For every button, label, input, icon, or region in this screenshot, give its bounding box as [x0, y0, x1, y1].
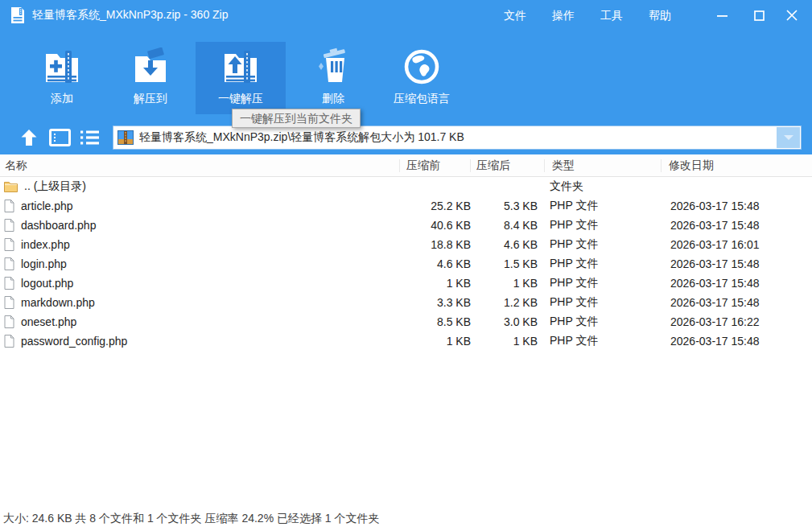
one-click-extract-label: 一键解压: [218, 92, 263, 106]
add-archive-icon: [43, 47, 81, 86]
row-name: article.php: [21, 200, 73, 212]
view-pane-button[interactable]: [48, 128, 71, 147]
menu-help[interactable]: 帮助: [636, 0, 684, 31]
row-name: markdown.php: [21, 296, 95, 309]
one-click-extract-button[interactable]: 一键解压: [196, 42, 286, 114]
add-button[interactable]: 添加: [17, 42, 107, 114]
add-label: 添加: [51, 92, 73, 106]
row-after: 8.4 KB: [471, 219, 538, 232]
row-before: 3.3 KB: [399, 296, 471, 309]
address-path: 轻量博客系统_MXkNnP3p.zip\轻量博客系统解包大小为 101.7 KB: [139, 130, 464, 145]
row-date: 2026-03-17 15:48: [670, 219, 812, 232]
close-button[interactable]: [779, 6, 805, 25]
table-row[interactable]: password_config.php 1 KB 1 KB PHP 文件 202…: [0, 331, 812, 351]
minimize-button[interactable]: [709, 6, 735, 25]
one-click-extract-icon: [221, 47, 260, 86]
titlebar: 轻量博客系统_MXkNnP3p.zip - 360 Zip 文件 操作 工具 帮…: [0, 0, 812, 31]
archive-language-label: 压缩包语言: [394, 92, 450, 106]
archive-folder-icon: [117, 130, 134, 146]
row-before: 4.6 KB: [399, 257, 471, 270]
row-name-cell: login.php: [0, 257, 399, 270]
maximize-button[interactable]: [746, 6, 772, 25]
extract-to-icon: [131, 47, 170, 86]
archive-language-button[interactable]: 压缩包语言: [377, 42, 467, 114]
table-row[interactable]: logout.php 1 KB 1 KB PHP 文件 2026-03-17 1…: [0, 274, 812, 293]
row-type: PHP 文件: [538, 257, 670, 271]
list-view-button[interactable]: [78, 128, 101, 147]
archive-language-icon: [402, 47, 441, 86]
row-type: 文件夹: [538, 179, 670, 194]
row-type: PHP 文件: [538, 199, 670, 213]
row-name: logout.php: [21, 277, 73, 290]
tooltip: 一键解压到当前文件夹: [232, 109, 361, 128]
row-before: 1 KB: [399, 277, 471, 290]
row-name-cell: logout.php: [0, 277, 399, 290]
row-name: login.php: [21, 257, 67, 270]
menu-file[interactable]: 文件: [491, 0, 539, 31]
table-row[interactable]: oneset.php 8.5 KB 3.0 KB PHP 文件 2026-03-…: [0, 312, 812, 331]
column-separator[interactable]: [399, 159, 400, 172]
row-date: 2026-03-17 15:48: [670, 277, 812, 290]
row-name-cell: article.php: [0, 200, 399, 212]
row-after: 1.2 KB: [471, 296, 538, 309]
row-name-cell: dashboard.php: [0, 219, 399, 232]
navbar: 轻量博客系统_MXkNnP3p.zip\轻量博客系统解包大小为 101.7 KB: [0, 121, 812, 154]
row-before: 40.6 KB: [399, 219, 471, 232]
table-row[interactable]: markdown.php 3.3 KB 1.2 KB PHP 文件 2026-0…: [0, 293, 812, 312]
row-name: password_config.php: [21, 335, 127, 348]
row-after: 4.6 KB: [471, 238, 538, 251]
column-name[interactable]: 名称: [5, 154, 27, 176]
column-separator[interactable]: [661, 159, 662, 172]
row-name-cell: password_config.php: [0, 335, 399, 348]
row-after: 1 KB: [471, 335, 538, 348]
table-row[interactable]: login.php 4.6 KB 1.5 KB PHP 文件 2026-03-1…: [0, 254, 812, 274]
360zip-window: 轻量博客系统_MXkNnP3p.zip - 360 Zip 文件 操作 工具 帮…: [0, 0, 812, 531]
delete-button[interactable]: 删除: [288, 42, 378, 114]
table-row[interactable]: dashboard.php 40.6 KB 8.4 KB PHP 文件 2026…: [0, 216, 812, 235]
row-type: PHP 文件: [538, 237, 670, 252]
close-icon: [786, 10, 798, 21]
list-header: 名称 压缩前 压缩后 类型 修改日期: [0, 154, 812, 177]
row-date: 2026-03-17 15:48: [670, 335, 812, 348]
row-date: 2026-03-17 15:48: [670, 200, 812, 212]
address-dropdown-button[interactable]: [777, 127, 800, 148]
row-name-cell: index.php: [0, 238, 399, 251]
row-date: 2026-03-17 16:22: [670, 315, 812, 328]
column-type[interactable]: 类型: [552, 154, 575, 176]
row-date: 2026-03-17 15:48: [670, 296, 812, 309]
row-name: dashboard.php: [21, 219, 96, 232]
file-icon: [4, 315, 14, 328]
list-view-icon: [79, 129, 101, 146]
file-list: .. (上级目录) 文件夹 article.php 25.2 KB 5.3 KB…: [0, 177, 812, 351]
file-icon: [4, 200, 14, 212]
file-icon: [4, 257, 14, 270]
row-name-cell: .. (上级目录): [0, 179, 399, 194]
row-after: 1 KB: [471, 277, 538, 290]
delete-icon: [314, 47, 352, 86]
table-row[interactable]: article.php 25.2 KB 5.3 KB PHP 文件 2026-0…: [0, 196, 812, 216]
pane-view-icon: [49, 129, 71, 146]
extract-to-button[interactable]: 解压到: [105, 42, 196, 114]
file-icon: [4, 219, 14, 232]
row-after: 5.3 KB: [471, 200, 538, 212]
column-date[interactable]: 修改日期: [669, 154, 714, 176]
file-icon: [4, 238, 14, 251]
column-after[interactable]: 压缩后: [476, 154, 510, 176]
address-bar[interactable]: 轻量博客系统_MXkNnP3p.zip\轻量博客系统解包大小为 101.7 KB: [113, 126, 802, 150]
column-before[interactable]: 压缩前: [406, 154, 440, 176]
column-separator[interactable]: [544, 159, 545, 172]
row-name-cell: oneset.php: [0, 315, 399, 328]
file-icon: [4, 277, 14, 290]
status-bar: 大小: 24.6 KB 共 8 个文件和 1 个文件夹 压缩率 24.2% 已经…: [3, 512, 380, 526]
menu-operation[interactable]: 操作: [539, 0, 587, 31]
column-separator[interactable]: [470, 159, 471, 172]
file-icon: [4, 335, 14, 348]
up-directory-button[interactable]: [18, 128, 40, 147]
table-row[interactable]: index.php 18.8 KB 4.6 KB PHP 文件 2026-03-…: [0, 235, 812, 254]
folder-icon: [4, 181, 18, 192]
table-row[interactable]: .. (上级目录) 文件夹: [0, 177, 812, 196]
row-name-cell: markdown.php: [0, 296, 399, 309]
row-type: PHP 文件: [538, 334, 670, 348]
menu-tools[interactable]: 工具: [587, 0, 636, 31]
row-name: .. (上级目录): [24, 179, 86, 194]
